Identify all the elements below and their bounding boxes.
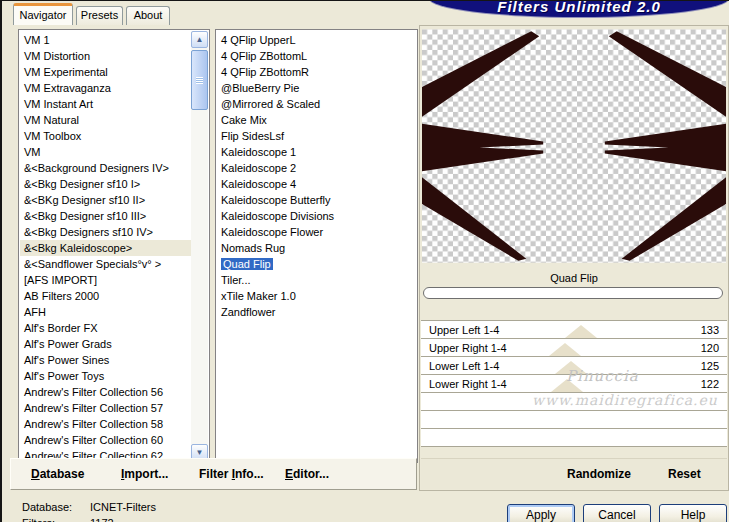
slider-thumb[interactable]: [549, 343, 581, 356]
list-item[interactable]: Kaleidoscope 4: [217, 176, 416, 192]
selected-filter-highlight[interactable]: Quad Flip: [221, 258, 273, 270]
slider-thumb[interactable]: [555, 361, 587, 374]
tab-navigator[interactable]: Navigator: [13, 3, 73, 25]
mnemonic: D: [31, 467, 40, 481]
list-item-selected-filter[interactable]: Quad Flip: [217, 256, 416, 272]
list-item[interactable]: xTile Maker 1.0: [217, 288, 416, 304]
slider-value: 133: [701, 321, 719, 338]
progress-bar: [423, 287, 723, 299]
list-item[interactable]: VM Extravaganza: [20, 80, 191, 96]
list-item[interactable]: AFH: [20, 304, 191, 320]
list-item[interactable]: Alf's Power Grads: [20, 336, 191, 352]
list-item[interactable]: VM Instant Art: [20, 96, 191, 112]
list-item[interactable]: VM Experimental: [20, 64, 191, 80]
title-banner: Filters Unlimited 2.0: [422, 1, 729, 17]
list-item[interactable]: AB Filters 2000: [20, 288, 191, 304]
category-list-items: VM 1 VM Distortion VM Experimental VM Ex…: [20, 32, 191, 461]
editor-button[interactable]: Editor...: [285, 467, 329, 481]
app-title: Filters Unlimited 2.0: [429, 0, 729, 15]
mnemonic: E: [285, 467, 293, 481]
list-item[interactable]: VM Toolbox: [20, 128, 191, 144]
list-item[interactable]: Andrew's Filter Collection 57: [20, 400, 191, 416]
status-filters-label: Filters:: [22, 517, 55, 522]
label-part: ditor...: [293, 467, 329, 481]
category-scrollbar[interactable]: ▲ ▼: [191, 31, 208, 461]
slider-label: Lower Right 1-4: [429, 375, 507, 392]
preview-panel: Quad Flip Upper Left 1-4 133 Upper Right…: [419, 25, 729, 491]
filter-listbox: 4 QFlip UpperL 4 QFlip ZBottomL 4 QFlip …: [215, 29, 418, 463]
filters-unlimited-dialog: Navigator Presets About Filters Unlimite…: [0, 0, 729, 522]
help-button[interactable]: Help: [659, 504, 727, 522]
list-item[interactable]: Kaleidoscope Flower: [217, 224, 416, 240]
list-item[interactable]: &<Bkg Designers sf10 IV>: [20, 224, 191, 240]
slider-value: 125: [701, 357, 719, 374]
list-item[interactable]: Kaleidoscope Divisions: [217, 208, 416, 224]
import-button[interactable]: Import...: [121, 467, 168, 481]
list-item[interactable]: &<Sandflower Specials°v° >: [20, 256, 191, 272]
list-item[interactable]: Andrew's Filter Collection 58: [20, 416, 191, 432]
list-item[interactable]: 4 QFlip ZBottomL: [217, 48, 416, 64]
list-item[interactable]: 4 QFlip UpperL: [217, 32, 416, 48]
slider-row[interactable]: Lower Left 1-4 125: [421, 356, 727, 374]
list-item-selected-category[interactable]: &<Bkg Kaleidoscope>: [20, 240, 191, 256]
slider-label: Upper Left 1-4: [429, 321, 499, 338]
status-database-value: ICNET-Filters: [90, 501, 156, 513]
preview-caption: Quad Flip: [420, 272, 728, 284]
label-part: mport...: [124, 467, 168, 481]
cancel-button[interactable]: Cancel: [583, 504, 651, 522]
list-item[interactable]: &<Background Designers IV>: [20, 160, 191, 176]
tab-about[interactable]: About: [126, 6, 170, 25]
list-item[interactable]: &<BKg Designer sf10 II>: [20, 192, 191, 208]
list-item[interactable]: [AFS IMPORT]: [20, 272, 191, 288]
slider-row[interactable]: Upper Left 1-4 133: [421, 320, 727, 338]
slider-value: 120: [701, 339, 719, 356]
slider-row-empty: [421, 410, 727, 428]
panel-button-strip: Randomize Reset: [421, 458, 727, 489]
slider-row-empty: [421, 392, 727, 410]
slider-row[interactable]: Upper Right 1-4 120: [421, 338, 727, 356]
scroll-up-icon[interactable]: ▲: [191, 31, 208, 48]
list-item[interactable]: Alf's Power Sines: [20, 352, 191, 368]
list-item[interactable]: VM: [20, 144, 191, 160]
list-item[interactable]: Kaleidoscope 2: [217, 160, 416, 176]
list-item[interactable]: Alf's Power Toys: [20, 368, 191, 384]
database-button[interactable]: Database: [31, 467, 84, 481]
apply-button[interactable]: Apply: [507, 504, 575, 522]
slider-thumb[interactable]: [551, 379, 583, 392]
slider-row[interactable]: Lower Right 1-4 122: [421, 374, 727, 392]
scrollbar-thumb[interactable]: [191, 50, 208, 110]
list-item[interactable]: @BlueBerry Pie: [217, 80, 416, 96]
label-part: nfo...: [235, 467, 264, 481]
slider-value: 122: [701, 375, 719, 392]
list-item[interactable]: @Mirrored & Scaled: [217, 96, 416, 112]
list-item[interactable]: VM Distortion: [20, 48, 191, 64]
label-part: Filter: [199, 467, 232, 481]
list-item[interactable]: Flip SidesLsf: [217, 128, 416, 144]
list-item[interactable]: Kaleidoscope Butterfly: [217, 192, 416, 208]
status-database-label: Database:: [22, 501, 72, 513]
reset-button[interactable]: Reset: [668, 467, 701, 481]
slider-label: Upper Right 1-4: [429, 339, 507, 356]
slider-row-empty: [421, 428, 727, 446]
preview-image: [422, 28, 726, 264]
list-item[interactable]: VM 1: [20, 32, 191, 48]
list-item[interactable]: Nomads Rug: [217, 240, 416, 256]
tab-presets[interactable]: Presets: [76, 6, 123, 25]
list-item[interactable]: Andrew's Filter Collection 56: [20, 384, 191, 400]
category-listbox: VM 1 VM Distortion VM Experimental VM Ex…: [18, 29, 210, 463]
list-item[interactable]: Cake Mix: [217, 112, 416, 128]
list-item[interactable]: VM Natural: [20, 112, 191, 128]
slider-thumb[interactable]: [565, 325, 597, 338]
randomize-button[interactable]: Randomize: [567, 467, 631, 481]
filter-info-button[interactable]: Filter Info...: [199, 467, 264, 481]
list-item[interactable]: Kaleidoscope 1: [217, 144, 416, 160]
list-item[interactable]: Alf's Border FX: [20, 320, 191, 336]
list-item[interactable]: Tiler...: [217, 272, 416, 288]
parameter-sliders: Upper Left 1-4 133 Upper Right 1-4 120 L…: [421, 320, 727, 447]
list-item[interactable]: Andrew's Filter Collection 60: [20, 432, 191, 448]
label-part: atabase: [40, 467, 85, 481]
list-item[interactable]: Zandflower: [217, 304, 416, 320]
list-item[interactable]: &<Bkg Designer sf10 I>: [20, 176, 191, 192]
list-item[interactable]: 4 QFlip ZBottomR: [217, 64, 416, 80]
list-item[interactable]: &<Bkg Designer sf10 III>: [20, 208, 191, 224]
